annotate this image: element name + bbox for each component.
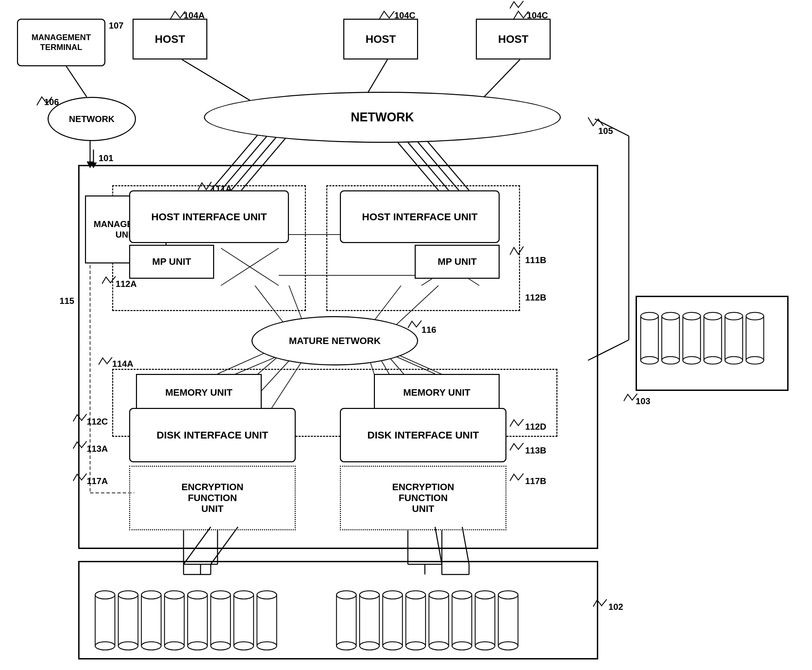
- svg-point-81: [383, 642, 403, 650]
- ref-116-zigzag: [408, 320, 425, 330]
- mp-unit-2: MP UNIT: [414, 245, 500, 279]
- svg-point-113: [746, 312, 764, 320]
- svg-point-54: [118, 642, 138, 650]
- host2-box: HOST: [343, 19, 418, 59]
- ref-117A-zigzag: [73, 472, 90, 483]
- svg-point-96: [498, 642, 518, 650]
- svg-point-53: [118, 591, 138, 599]
- svg-point-60: [164, 642, 184, 650]
- encryption-unit-left: ENCRYPTION FUNCTION UNIT: [129, 466, 296, 530]
- host3-box: HOST: [476, 19, 551, 59]
- disk-array-cylinders-left: [92, 568, 296, 656]
- ref-112C-zigzag: [73, 413, 90, 423]
- svg-rect-55: [141, 595, 161, 646]
- ref-111B: 111B: [525, 255, 546, 266]
- svg-point-74: [337, 591, 356, 599]
- svg-point-104: [683, 312, 700, 320]
- ref-115: 115: [59, 296, 74, 306]
- svg-point-65: [211, 591, 230, 599]
- svg-rect-103: [683, 316, 700, 360]
- ref-107: 107: [109, 20, 123, 31]
- memory-unit-right: MEMORY UNIT: [374, 374, 500, 411]
- diagram: MANAGEMENT TERMINAL 107 NETWORK 106 HOST…: [0, 0, 812, 670]
- svg-point-71: [257, 591, 277, 599]
- ref-111B-zigzag: [510, 245, 527, 257]
- svg-point-87: [429, 642, 449, 650]
- svg-rect-49: [95, 595, 115, 646]
- svg-rect-73: [337, 595, 356, 646]
- svg-point-78: [360, 642, 379, 650]
- svg-rect-64: [211, 595, 230, 646]
- svg-point-95: [498, 591, 518, 599]
- svg-rect-67: [234, 595, 254, 646]
- disk-interface-unit-right: DISK INTERFACE UNIT: [340, 408, 506, 462]
- svg-point-80: [383, 591, 403, 599]
- mature-network-ellipse: MATURE NETWORK: [252, 316, 418, 365]
- ref-111A-zigzag: [198, 180, 215, 192]
- host-interface-unit-left: HOST INTERFACE UNIT: [129, 190, 289, 243]
- svg-point-62: [188, 591, 207, 599]
- ref-112B-zigzag: [510, 0, 527, 10]
- external-disk-cylinders: [639, 299, 785, 387]
- svg-point-102: [662, 357, 680, 364]
- svg-point-69: [234, 642, 254, 650]
- svg-rect-97: [641, 316, 658, 360]
- ref-101: 101: [98, 153, 113, 164]
- svg-point-111: [725, 357, 743, 364]
- svg-point-107: [704, 312, 722, 320]
- memory-unit-left: MEMORY UNIT: [136, 374, 262, 411]
- ref-112D-zigzag: [510, 418, 527, 428]
- disk-interface-unit-left: DISK INTERFACE UNIT: [129, 408, 296, 462]
- encryption-unit-right: ENCRYPTION FUNCTION UNIT: [340, 466, 506, 530]
- svg-point-56: [141, 591, 161, 599]
- svg-point-77: [360, 591, 379, 599]
- svg-rect-76: [360, 595, 379, 646]
- svg-point-89: [452, 591, 472, 599]
- svg-rect-70: [257, 595, 277, 646]
- ref-114A-zigzag: [98, 356, 115, 366]
- ref-106-zigzag: [37, 95, 54, 107]
- svg-point-51: [95, 642, 115, 650]
- svg-rect-94: [498, 595, 518, 646]
- host-interface-unit-right: HOST INTERFACE UNIT: [340, 190, 500, 243]
- svg-point-66: [211, 642, 230, 650]
- svg-point-68: [234, 591, 254, 599]
- svg-point-90: [452, 642, 472, 650]
- svg-point-93: [475, 642, 495, 650]
- svg-point-57: [141, 642, 161, 650]
- svg-line-0: [182, 59, 258, 105]
- svg-line-14: [66, 66, 87, 97]
- ref-112D: 112D: [525, 421, 546, 432]
- svg-rect-88: [452, 595, 472, 646]
- ref-113B: 113B: [525, 445, 546, 456]
- svg-rect-58: [164, 595, 184, 646]
- svg-rect-52: [118, 595, 138, 646]
- svg-point-92: [475, 591, 495, 599]
- small-network-ellipse: NETWORK: [47, 97, 136, 141]
- svg-point-98: [641, 312, 658, 320]
- ref-117B: 117B: [525, 476, 546, 486]
- host1-box: HOST: [132, 19, 207, 59]
- svg-rect-79: [383, 595, 403, 646]
- arrow-101: [88, 150, 98, 170]
- ref-102-zigzag: [593, 598, 610, 609]
- svg-point-101: [662, 312, 680, 320]
- svg-point-50: [95, 591, 115, 599]
- svg-rect-91: [475, 595, 495, 646]
- svg-point-110: [725, 312, 743, 320]
- ref-102: 102: [608, 602, 623, 612]
- svg-point-114: [746, 357, 764, 364]
- svg-rect-106: [704, 316, 722, 360]
- svg-point-59: [164, 591, 184, 599]
- svg-rect-109: [725, 316, 743, 360]
- ref-104C-1-zigzag: [379, 10, 399, 21]
- large-network-ellipse: NETWORK: [204, 92, 561, 143]
- svg-rect-85: [429, 595, 449, 646]
- svg-rect-61: [188, 595, 207, 646]
- svg-point-83: [406, 591, 426, 599]
- ref-117B-zigzag: [510, 472, 527, 483]
- svg-point-86: [429, 591, 449, 599]
- svg-rect-112: [746, 316, 764, 360]
- management-terminal-box: MANAGEMENT TERMINAL: [17, 19, 105, 66]
- svg-point-72: [257, 642, 277, 650]
